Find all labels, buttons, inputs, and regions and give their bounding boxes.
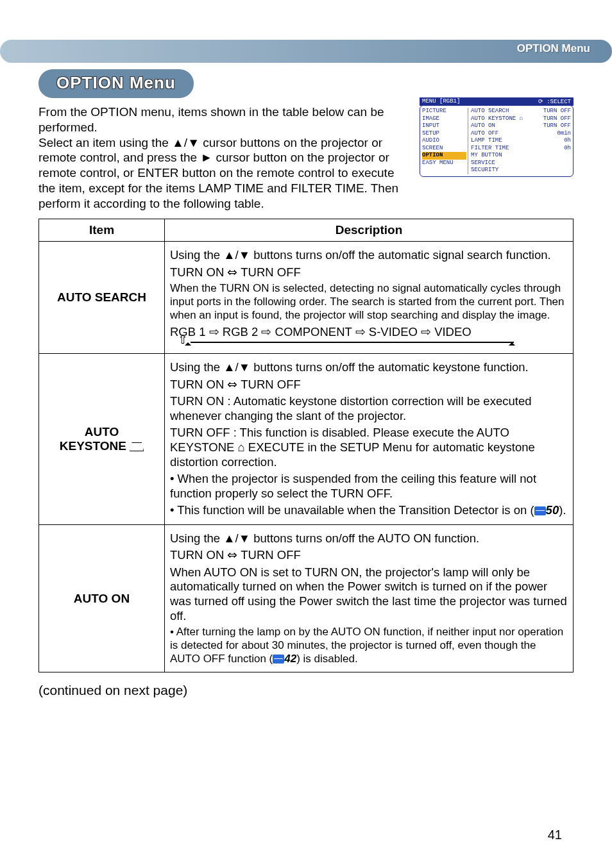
- osd-select-label: ⟳ :SELECT: [538, 98, 571, 105]
- desc-text: When the TURN ON is selected, detecting …: [170, 282, 568, 322]
- desc-toggle: TURN ON ⇔ TURN OFF: [170, 378, 568, 392]
- table-row: AUTO KEYSTONE Using the ▲/▼ buttons turn…: [39, 354, 574, 525]
- osd-right-row: AUTO OFF0min: [471, 130, 571, 138]
- page-ref: 50: [546, 503, 559, 517]
- desc-text: ) is disabled.: [296, 653, 357, 665]
- keystone-icon: [130, 442, 144, 451]
- desc-text: Using the ▲/▼ buttons turns on/off the A…: [170, 531, 568, 546]
- desc-toggle: TURN ON ⇔ TURN OFF: [170, 265, 568, 280]
- desc-text: Using the ▲/▼ buttons turns on/off the a…: [170, 360, 568, 375]
- desc-text: • After turning the lamp on by the AUTO …: [170, 626, 563, 664]
- book-icon: [273, 655, 284, 664]
- desc-chain: RGB 1 ⇨ RGB 2 ⇨ COMPONENT ⇨ S-VIDEO ⇨ VI…: [170, 325, 568, 340]
- header-tab-label: OPTION Menu: [517, 42, 590, 55]
- desc-bullet: • After turning the lamp on by the AUTO …: [170, 626, 568, 665]
- option-table: Item Description AUTO SEARCH Using the ▲…: [38, 219, 574, 672]
- desc-bullet: • This function will be unavailable when…: [170, 503, 568, 518]
- osd-right-row: LAMP TIME0h: [471, 137, 571, 145]
- osd-left-item: IMAGE: [422, 115, 466, 123]
- desc-text: ).: [559, 503, 566, 517]
- section-title: OPTION Menu: [38, 69, 194, 98]
- desc-text: TURN ON : Automatic keystone distortion …: [170, 394, 568, 423]
- page-number: 41: [548, 828, 562, 842]
- osd-left-item: PICTURE: [422, 108, 466, 115]
- osd-left-item: EASY MENU: [422, 160, 466, 167]
- desc-auto-keystone: Using the ▲/▼ buttons turns on/off the a…: [165, 354, 574, 525]
- page-ref: 42: [284, 653, 296, 665]
- osd-right-row: SECURITY: [471, 167, 571, 174]
- continued-label: (continued on next page): [38, 683, 574, 698]
- osd-right-row: SERVICE: [471, 160, 571, 167]
- item-line2: KEYSTONE: [60, 439, 126, 453]
- desc-auto-search: Using the ▲/▼ buttons turns on/off the a…: [165, 242, 574, 354]
- flow-line: [191, 342, 514, 343]
- table-row: AUTO SEARCH Using the ▲/▼ buttons turns …: [39, 242, 574, 354]
- osd-left-item: SCREEN: [422, 145, 466, 153]
- osd-right-row: AUTO KEYSTONE ⌂TURN OFF: [471, 115, 571, 123]
- desc-toggle: TURN ON ⇔ TURN OFF: [170, 548, 568, 563]
- table-row: AUTO ON Using the ▲/▼ buttons turns on/o…: [39, 524, 574, 672]
- desc-text: When AUTO ON is set to TURN ON, the proj…: [170, 565, 568, 623]
- osd-right-row: MY BUTTON: [471, 152, 571, 160]
- osd-screenshot: MENU [RGB1] ⟳ :SELECT PICTUREIMAGEINPUTS…: [420, 97, 574, 177]
- osd-menu-title: MENU [RGB1]: [422, 98, 460, 105]
- osd-left-item: OPTION: [422, 152, 466, 160]
- osd-right-row: AUTO SEARCHTURN OFF: [471, 108, 571, 115]
- item-auto-on: AUTO ON: [39, 524, 165, 672]
- item-auto-keystone: AUTO KEYSTONE: [39, 354, 165, 525]
- osd-left-item: INPUT: [422, 122, 466, 130]
- desc-text: Using the ▲/▼ buttons turns on/off the a…: [170, 248, 568, 263]
- item-line1: AUTO: [85, 425, 119, 438]
- header-bar: OPTION Menu: [0, 40, 612, 63]
- desc-text: • This function will be unavailable when…: [170, 503, 534, 517]
- osd-left-item: AUDIO: [422, 137, 466, 145]
- book-icon: [534, 506, 546, 515]
- osd-right-row: AUTO ONTURN OFF: [471, 122, 571, 130]
- item-auto-search: AUTO SEARCH: [39, 242, 165, 354]
- desc-text: TURN OFF : This function is disabled. Pl…: [170, 426, 568, 469]
- osd-left-column: PICTUREIMAGEINPUTSETUPAUDIOSCREENOPTIONE…: [422, 108, 468, 174]
- intro-paragraph: From the OPTION menu, items shown in the…: [38, 104, 411, 211]
- osd-right-row: FILTER TIME0h: [471, 145, 571, 153]
- desc-auto-on: Using the ▲/▼ buttons turns on/off the A…: [165, 524, 574, 672]
- osd-left-item: SETUP: [422, 130, 466, 138]
- col-header-description: Description: [165, 219, 574, 242]
- osd-right-column: AUTO SEARCHTURN OFFAUTO KEYSTONE ⌂TURN O…: [468, 108, 571, 174]
- col-header-item: Item: [39, 219, 165, 242]
- desc-bullet: • When the projector is suspended from t…: [170, 472, 568, 501]
